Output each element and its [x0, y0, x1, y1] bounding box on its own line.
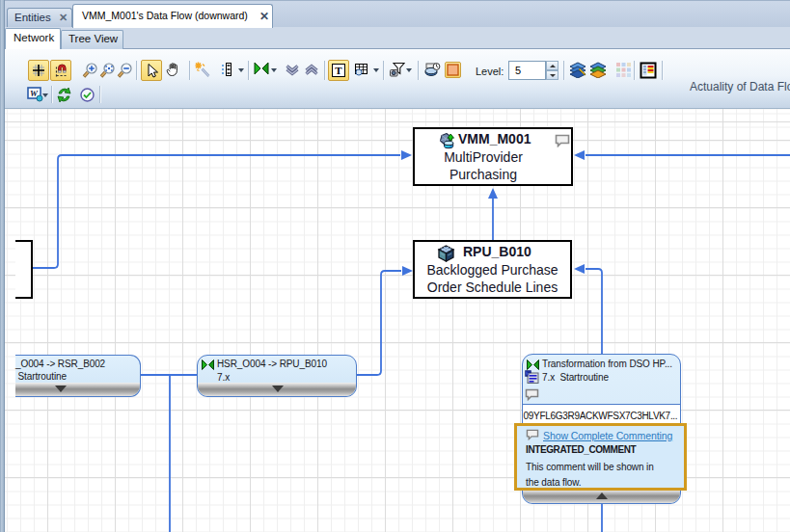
svg-text:T: T	[335, 65, 342, 76]
